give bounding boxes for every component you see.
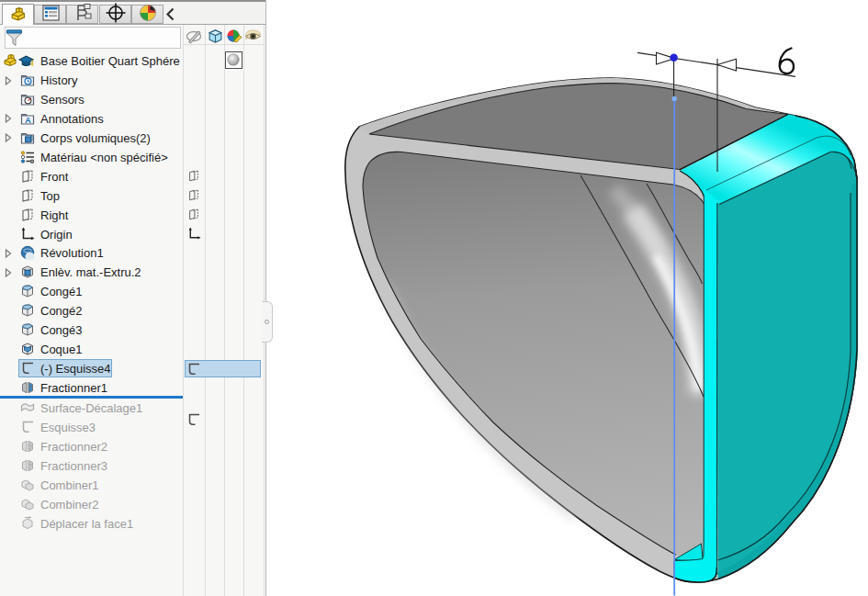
svg-text:A: A [25,116,31,125]
